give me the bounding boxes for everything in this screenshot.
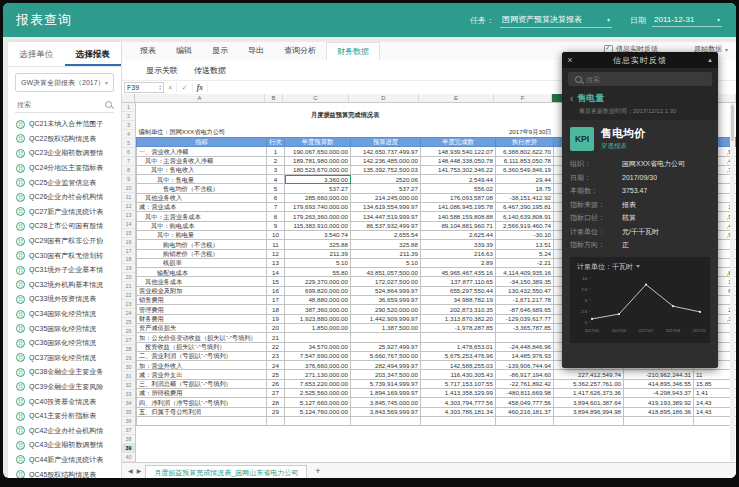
ribbon-tab[interactable]: 显示 bbox=[202, 42, 238, 60]
row-number[interactable]: 34 bbox=[122, 399, 135, 408]
cell[interactable] bbox=[285, 416, 351, 425]
cell[interactable]: 管理费用 bbox=[137, 305, 267, 314]
cell[interactable]: 211.39 bbox=[285, 249, 351, 258]
cell[interactable]: 387,360,000.00 bbox=[285, 305, 351, 314]
cell[interactable]: 25,927,499.97 bbox=[351, 342, 421, 351]
cell[interactable]: 1 bbox=[267, 147, 285, 156]
report-list-item[interactable]: 月QC24分地区主要指标表 bbox=[8, 161, 121, 176]
cell[interactable]: 二、营业利润（亏损以“-”号填列） bbox=[137, 351, 267, 360]
cell[interactable]: 214,245,000.00 bbox=[351, 193, 421, 202]
cell[interactable]: 115,383,910,000.00 bbox=[285, 221, 351, 230]
panel-search-input[interactable] bbox=[584, 75, 707, 84]
sheet-tab[interactable]: 月度损益预算完成情况表_国网山东省电力公司 bbox=[145, 465, 307, 479]
cell[interactable]: 4,303,786,181.34 bbox=[421, 407, 496, 416]
report-list-item[interactable]: 月QC22股权结构情况表 bbox=[8, 132, 121, 147]
cell[interactable]: 55.80 bbox=[285, 268, 351, 277]
cell[interactable]: 13.51 bbox=[496, 240, 554, 249]
cell[interactable]: 1,850,000.00 bbox=[285, 323, 351, 332]
cell[interactable]: 7,547,690,000.00 bbox=[285, 351, 351, 360]
toolbar-action[interactable]: 传送数据 bbox=[194, 65, 226, 76]
cell[interactable]: 3 bbox=[267, 165, 285, 174]
cell[interactable]: 655,297,550.44 bbox=[421, 286, 496, 295]
cell[interactable]: -4,298,943.37 bbox=[624, 389, 694, 398]
breadcrumb[interactable]: 售电量 bbox=[577, 92, 604, 105]
row-number[interactable]: 38 bbox=[122, 435, 135, 444]
add-sheet-button[interactable]: + bbox=[311, 466, 324, 476]
cancel-icon[interactable]: × bbox=[164, 83, 177, 92]
cell[interactable]: -3,365,787.85 bbox=[496, 323, 554, 332]
cell[interactable]: 5.24 bbox=[496, 249, 554, 258]
cell[interactable]: 2,549.44 bbox=[421, 175, 496, 184]
cell[interactable]: -210,962,244.31 bbox=[624, 370, 694, 379]
row-number[interactable]: 25 bbox=[122, 318, 135, 327]
cell[interactable]: 1,478,653.01 bbox=[421, 342, 496, 351]
sidebar-tab[interactable]: 选择报表 bbox=[65, 42, 122, 66]
cell[interactable]: -1,671,217.78 bbox=[496, 296, 554, 305]
cell[interactable]: 3,845,745,000.00 bbox=[351, 398, 421, 407]
cell[interactable]: 15 bbox=[267, 277, 285, 286]
cell[interactable]: 419,193,389.92 bbox=[624, 398, 694, 407]
cell[interactable]: 1,442,909,999.97 bbox=[351, 314, 421, 323]
cell[interactable]: 5,660,767,500.00 bbox=[351, 351, 421, 360]
cell[interactable]: 三、利润总额（亏损以“-”号填列） bbox=[137, 379, 267, 388]
cell[interactable]: 1,923,880,000.00 bbox=[285, 314, 351, 323]
cell[interactable]: 537.27 bbox=[285, 184, 351, 193]
cell[interactable]: 6,140,639,808.91 bbox=[496, 212, 554, 221]
cell[interactable]: 141,753,302,346.22 bbox=[421, 165, 496, 174]
row-number[interactable]: 33 bbox=[122, 390, 135, 399]
cell[interactable]: 325.88 bbox=[285, 240, 351, 249]
row-number[interactable]: 35 bbox=[122, 408, 135, 417]
cell[interactable]: 其中：主营业务成本 bbox=[137, 212, 267, 221]
cell[interactable]: -38,151,412.92 bbox=[496, 193, 554, 202]
cell[interactable] bbox=[351, 333, 421, 342]
cell[interactable]: 34,570,000.00 bbox=[285, 342, 351, 351]
cell[interactable]: 148,939,540,122.07 bbox=[421, 147, 496, 156]
cell[interactable]: 购电均价（不含税） bbox=[137, 240, 267, 249]
cell[interactable]: 4 bbox=[267, 175, 285, 184]
cell[interactable]: -1,978,287.85 bbox=[421, 323, 496, 332]
column-header-E[interactable]: E bbox=[419, 94, 494, 102]
cell[interactable]: 3,843,569,999.97 bbox=[351, 407, 421, 416]
cell[interactable]: 148,448,338,050.78 bbox=[421, 156, 496, 165]
report-list-item[interactable]: 月QC36国际化经营情况 bbox=[8, 336, 121, 351]
cell[interactable]: 211.39 bbox=[351, 249, 421, 258]
cell[interactable]: 27 bbox=[267, 389, 285, 398]
cell[interactable]: 3,894,601,387.64 bbox=[554, 398, 624, 407]
cell[interactable]: 43,851,057,500.00 bbox=[351, 268, 421, 277]
column-header-A[interactable]: A bbox=[135, 94, 265, 102]
row-number[interactable]: 4 bbox=[122, 130, 135, 139]
cell[interactable]: 142,588,255.03 bbox=[421, 361, 496, 370]
cell[interactable]: 18 bbox=[267, 305, 285, 314]
cell[interactable]: 339.39 bbox=[421, 240, 496, 249]
cell[interactable]: 加：公允价值变动收益（损失以“-”号填列） bbox=[137, 333, 267, 342]
row-number[interactable]: 2 bbox=[122, 112, 135, 121]
cell[interactable]: 282,494,999.97 bbox=[351, 361, 421, 370]
date-select[interactable]: 2011-12-31 ▾ bbox=[652, 14, 722, 27]
cell[interactable]: 5,739,914,999.97 bbox=[351, 379, 421, 388]
cell[interactable]: 28 bbox=[267, 398, 285, 407]
cell[interactable]: 1,387,500.00 bbox=[351, 323, 421, 332]
report-list-item[interactable]: 月QC40投资基金情况表 bbox=[8, 394, 121, 409]
cell[interactable]: 134,447,519,999.97 bbox=[351, 212, 421, 221]
cell[interactable]: 325.88 bbox=[351, 240, 421, 249]
cell[interactable]: 290,520,000.00 bbox=[351, 305, 421, 314]
scrollbar-thumb[interactable] bbox=[731, 105, 734, 141]
report-list-item[interactable]: 月QC44新产业情况统计表 bbox=[8, 453, 121, 468]
row-number[interactable]: 10 bbox=[122, 184, 135, 193]
column-header-D[interactable]: D bbox=[349, 94, 419, 102]
report-list-item[interactable]: 月QC31境外子企业基本情 bbox=[8, 263, 121, 278]
row-number[interactable]: 27 bbox=[122, 336, 135, 345]
cell[interactable]: 其中：主营业务收入净额 bbox=[137, 156, 267, 165]
column-header-C[interactable]: C bbox=[283, 94, 349, 102]
cell[interactable] bbox=[496, 416, 554, 425]
cell[interactable]: 22 bbox=[267, 342, 285, 351]
report-list-item[interactable]: 月QC26企业办社会机构情 bbox=[8, 190, 121, 205]
row-number[interactable]: 11 bbox=[122, 193, 135, 202]
cell[interactable]: 25 bbox=[267, 370, 285, 379]
cell[interactable]: 其他业务收入 bbox=[137, 193, 267, 202]
cell[interactable]: -2.21 bbox=[496, 258, 554, 267]
row-number[interactable]: 14 bbox=[122, 220, 135, 229]
selected-cell[interactable]: 3,360.00 bbox=[285, 175, 351, 184]
ribbon-tab[interactable]: 财务数据 bbox=[326, 42, 380, 61]
cell[interactable]: 其中：售电收入 bbox=[137, 165, 267, 174]
